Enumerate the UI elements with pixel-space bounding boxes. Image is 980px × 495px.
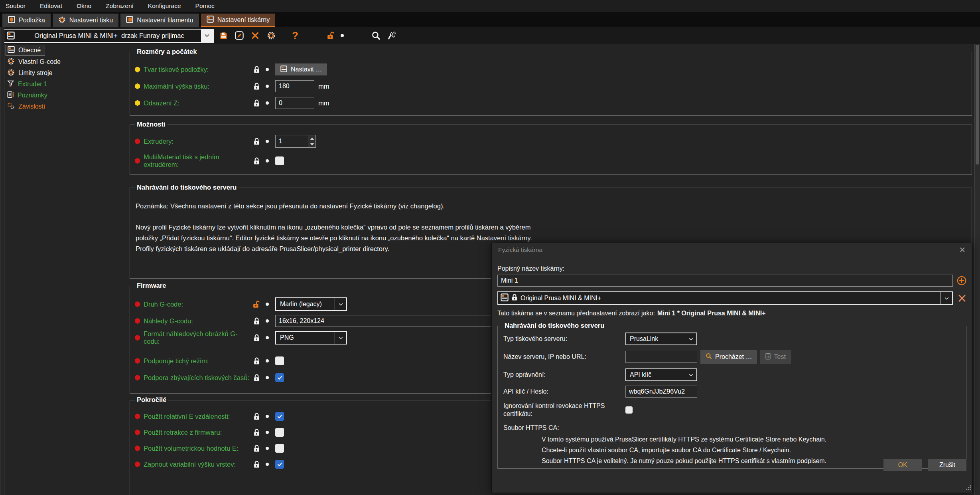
lock-closed-icon[interactable] [252, 429, 261, 436]
option-row-z-offset: Odsazení Z: mm [130, 95, 972, 111]
help-question-icon[interactable]: ? [289, 29, 302, 42]
z-offset-input[interactable] [275, 97, 314, 109]
stepper-up-icon[interactable] [308, 135, 315, 141]
lock-unlocked-icon[interactable] [325, 29, 337, 42]
resize-grip[interactable] [966, 485, 971, 492]
search-icon [706, 353, 712, 361]
lock-closed-icon[interactable] [252, 138, 261, 145]
host-moved-note: Poznámka: Všechna nastavení z této sekce… [136, 202, 972, 210]
cancel-button[interactable]: Zrušit [928, 459, 966, 471]
lock-closed-icon[interactable] [252, 157, 261, 165]
tab-nastaveni-tisku[interactable]: Nastavení tisku [53, 14, 118, 27]
search-icon[interactable] [369, 29, 382, 42]
option-label: Zapnout variabilní výšku vrstev: [144, 461, 252, 468]
lock-closed-icon[interactable] [252, 83, 261, 90]
lock-closed-icon[interactable] [252, 374, 261, 382]
thumbnail-format-select[interactable]: PNG [275, 331, 347, 345]
relative-e-checkbox[interactable] [275, 412, 284, 421]
lock-closed-icon[interactable] [252, 317, 261, 325]
stepper-down-icon[interactable] [308, 141, 315, 147]
scrollbar-thumb[interactable] [976, 45, 979, 164]
mode-bullet-red [135, 301, 140, 307]
remove-preset-x-icon[interactable] [958, 294, 966, 303]
printer-name-input[interactable] [497, 275, 953, 287]
sidebar-item-limity-stroje[interactable]: Limity stroje [6, 68, 56, 78]
lock-closed-icon[interactable] [252, 413, 261, 420]
tab-podlozka[interactable]: Podložka [2, 14, 51, 27]
compare-presets-icon[interactable] [385, 29, 398, 42]
tab-label: Nastavení filamentu [137, 17, 193, 24]
host-howto-paragraph: Nový profil Fyzické tiskárny lze vytvoři… [136, 222, 534, 254]
sidebar-item-vlastni-gcode[interactable]: Vlastní G-code [6, 57, 65, 67]
tab-nastaveni-filamentu[interactable]: Nastavení filamentu [120, 14, 199, 27]
sidebar-item-obecne[interactable]: Obecné [6, 45, 45, 56]
option-label: Náhledy G-codu: [144, 317, 252, 325]
sidebar-item-zavislosti[interactable]: Závislosti [6, 101, 49, 112]
lock-closed-icon[interactable] [252, 99, 261, 107]
delete-preset-icon[interactable] [249, 29, 262, 42]
extruders-stepper [275, 135, 316, 148]
auth-type-select[interactable]: API klíč [625, 368, 697, 381]
section-title: Firmware [135, 282, 168, 289]
save-preset-icon[interactable] [217, 29, 230, 42]
ignore-revoke-checkbox[interactable] [625, 406, 633, 414]
dot-indicator [266, 159, 269, 162]
host-type-select[interactable]: PrusaLink [625, 333, 697, 345]
test-button[interactable]: Test [760, 350, 791, 364]
silent-mode-checkbox[interactable] [275, 356, 284, 365]
rename-preset-icon[interactable] [233, 29, 246, 42]
single-extruder-mm-checkbox[interactable] [275, 156, 284, 165]
option-label: MultiMaterial tisk s jedním extrudérem: [144, 153, 252, 168]
vertical-scrollbar[interactable] [974, 44, 980, 495]
lock-closed-icon[interactable] [252, 334, 261, 342]
lock-closed-icon[interactable] [252, 461, 261, 468]
close-icon[interactable]: ✕ [959, 246, 966, 254]
menu-soubor[interactable]: Soubor [6, 2, 26, 10]
firmware-retraction-checkbox[interactable] [275, 428, 284, 437]
browse-button[interactable]: Procházet … [700, 350, 757, 364]
printer-preset-select[interactable]: Original Prusa MINI & MINI+ drzak Funray… [3, 29, 214, 43]
dialog-title: Fyzická tiskárna [498, 246, 542, 253]
auth-type-label: Typ oprávnění: [503, 371, 625, 379]
max-print-height-input[interactable] [275, 80, 314, 92]
menu-editovat[interactable]: Editovat [40, 2, 62, 10]
tab-label: Podložka [19, 17, 45, 24]
menu-pomoc[interactable]: Pomoc [195, 2, 215, 10]
sidebar-item-poznamky[interactable]: Poznámky [6, 90, 51, 101]
printer-preset-select[interactable]: Original Prusa MINI & MINI+ [497, 291, 953, 305]
api-key-input[interactable] [625, 386, 697, 398]
gcode-flavor-select[interactable]: Marlin (legacy) [275, 297, 347, 311]
ok-button[interactable]: OK [883, 459, 922, 471]
bed-shape-set-button[interactable]: Nastavit … [275, 63, 327, 75]
chevron-down-icon[interactable] [201, 30, 213, 42]
chevron-down-icon [685, 333, 696, 345]
menu-zobrazeni[interactable]: Zobrazení [106, 2, 134, 10]
tab-nastaveni-tiskarny[interactable]: Nastavení tiskárny [201, 14, 276, 27]
physical-printer-gear-icon[interactable] [265, 29, 278, 42]
add-printer-plus-icon[interactable] [957, 276, 966, 285]
dot-indicator [341, 34, 344, 37]
sidebar-item-label: Extruder 1 [18, 81, 47, 88]
lock-open-icon[interactable] [252, 301, 261, 308]
test-printer-icon [765, 353, 771, 361]
hostname-input[interactable] [625, 351, 697, 363]
option-label: Tvar tiskové podložky: [144, 66, 252, 73]
volumetric-e-checkbox[interactable] [275, 444, 284, 453]
print-host-upload-group: Nahrávání do tiskového serveru Typ tisko… [497, 326, 966, 469]
extruders-input[interactable] [275, 135, 308, 148]
dot-indicator [266, 101, 269, 105]
shown-as-line: Tato tiskárna se v seznamu přednastavení… [497, 310, 966, 317]
menu-okno[interactable]: Okno [77, 2, 91, 10]
dot-indicator [266, 359, 269, 362]
menu-konfigurace[interactable]: Konfigurace [148, 2, 181, 10]
sidebar-item-extruder-1[interactable]: Extruder 1 [6, 79, 51, 89]
variable-layer-height-checkbox[interactable] [275, 460, 284, 469]
dialog-titlebar[interactable]: Fyzická tiskárna ✕ [492, 243, 972, 257]
gcode-thumbnails-input[interactable] [275, 315, 499, 327]
lock-closed-icon[interactable] [252, 357, 261, 365]
lock-closed-icon[interactable] [252, 445, 261, 452]
lock-closed-icon[interactable] [252, 66, 261, 73]
remaining-times-checkbox[interactable] [275, 373, 284, 382]
row-hostname: Název serveru, IP nebo URL: Procházet … … [503, 350, 966, 364]
left-splitter[interactable] [0, 27, 4, 495]
